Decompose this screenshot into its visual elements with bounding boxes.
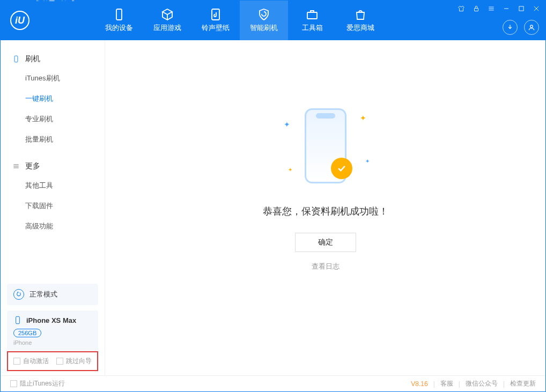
checkbox-label: 跳过向导 [66,357,92,366]
footer-right: V8.16 | 客服 | 微信公众号 | 检查更新 [411,379,536,388]
nav-label: 智能刷机 [250,23,278,33]
checkbox-auto-activate[interactable]: 自动激活 [13,357,49,366]
sidebar-top: 刷机 iTunes刷机 一键刷机 专业刷机 批量刷机 更多 其他工具 下载固件 … [1,40,105,278]
nav-toolbox[interactable]: 工具箱 [288,1,336,40]
nav-label: 我的设备 [105,23,133,33]
svg-rect-2 [307,12,317,19]
mode-card[interactable]: 正常模式 [7,284,98,305]
briefcase-icon [306,8,319,21]
svg-rect-1 [212,9,219,20]
checkbox-label: 自动激活 [23,357,49,366]
sidebar-section-flash: 刷机 [1,50,105,68]
maximize-button[interactable] [517,4,526,13]
lock-icon[interactable] [471,4,481,13]
success-message: 恭喜您，保资料刷机成功啦！ [263,205,388,218]
main-content: ✦ ✦ ✦ ✦ 恭喜您，保资料刷机成功啦！ 确定 查看日志 [105,40,545,376]
svg-rect-3 [475,8,478,11]
list-icon [12,162,20,170]
app-name: 爱思助手 [35,0,80,46]
sidebar: 刷机 iTunes刷机 一键刷机 专业刷机 批量刷机 更多 其他工具 下载固件 … [1,40,105,376]
svg-rect-12 [14,56,18,62]
checkbox-block-itunes[interactable]: 阻止iTunes运行 [10,379,65,388]
device-icon [13,316,22,324]
bag-icon [354,8,367,21]
checkmark-badge-icon [331,158,352,179]
cube-icon [161,8,174,21]
nav-label: 铃声壁纸 [202,23,230,33]
logo[interactable]: iU 爱思助手 www.i4.cn [1,1,90,40]
sparkle-icon: ✦ [360,114,366,122]
checkbox-icon [10,380,17,387]
device-name: iPhone XS Max [26,316,76,324]
section-label: 更多 [25,161,40,171]
logo-icon: iU [10,11,29,30]
body: 刷机 iTunes刷机 一键刷机 专业刷机 批量刷机 更多 其他工具 下载固件 … [1,40,545,376]
window-controls [456,4,541,13]
version-label: V8.16 [411,380,427,388]
sidebar-item-download-firmware[interactable]: 下载固件 [1,196,105,216]
download-icon[interactable] [503,20,518,35]
svg-point-11 [530,25,533,28]
sparkle-icon: ✦ [288,167,292,173]
sparkle-icon: ✦ [365,158,370,164]
phone-icon [12,55,20,63]
checkbox-row-highlighted: 自动激活 跳过向导 [7,351,98,371]
top-nav: 我的设备 应用游戏 铃声壁纸 智能刷机 工具箱 爱思商城 [95,1,385,40]
checkbox-label: 阻止iTunes运行 [20,379,65,388]
nav-label: 爱思商城 [346,23,374,33]
nav-label: 工具箱 [302,23,323,33]
svg-rect-8 [519,6,523,11]
header: iU 爱思助手 www.i4.cn 我的设备 应用游戏 铃声壁纸 智能刷机 工具… [1,1,545,40]
phone-icon [113,8,126,21]
shirt-icon[interactable] [456,4,466,13]
header-right [503,20,539,35]
nav-label: 应用游戏 [153,23,181,33]
sidebar-section-more: 更多 [1,157,105,175]
mode-label: 正常模式 [29,290,57,299]
footer: 阻止iTunes运行 V8.16 | 客服 | 微信公众号 | 检查更新 [1,375,545,391]
checkbox-icon [13,358,20,365]
checkbox-icon [56,358,63,365]
checkbox-skip-guide[interactable]: 跳过向导 [56,357,92,366]
user-icon[interactable] [524,20,539,35]
ok-button[interactable]: 确定 [295,233,356,252]
mode-icon [13,289,24,300]
storage-badge: 256GB [13,329,41,337]
svg-rect-0 [116,9,122,20]
success-illustration: ✦ ✦ ✦ ✦ [272,103,379,189]
app-url: www.i4.cn [35,46,80,53]
minimize-button[interactable] [501,4,511,13]
nav-apps[interactable]: 应用游戏 [143,1,191,40]
nav-my-device[interactable]: 我的设备 [95,1,143,40]
logo-text: 爱思助手 www.i4.cn [35,0,80,53]
sidebar-item-advanced[interactable]: 高级功能 [1,216,105,236]
sidebar-bottom: 正常模式 iPhone XS Max 256GB iPhone 自动激活 跳过向… [1,278,105,376]
nav-store[interactable]: 爱思商城 [336,1,385,40]
nav-ringtones[interactable]: 铃声壁纸 [191,1,240,40]
music-file-icon [209,8,222,21]
sparkle-icon: ✦ [284,120,290,129]
nav-flash[interactable]: 智能刷机 [240,1,288,40]
view-log-link[interactable]: 查看日志 [312,262,340,271]
check-update-link[interactable]: 检查更新 [510,379,536,388]
sidebar-item-pro-flash[interactable]: 专业刷机 [1,109,105,129]
sidebar-item-oneclick-flash[interactable]: 一键刷机 [1,88,105,109]
shield-refresh-icon [257,8,270,21]
device-card[interactable]: iPhone XS Max 256GB iPhone [7,310,98,351]
menu-icon[interactable] [486,4,496,13]
close-button[interactable] [532,4,541,13]
support-link[interactable]: 客服 [440,379,453,388]
sidebar-item-other-tools[interactable]: 其他工具 [1,175,105,196]
device-type: iPhone [13,339,92,346]
sidebar-item-batch-flash[interactable]: 批量刷机 [1,129,105,150]
svg-rect-16 [16,316,20,323]
wechat-link[interactable]: 微信公众号 [466,379,498,388]
sidebar-item-itunes-flash[interactable]: iTunes刷机 [1,68,105,88]
section-label: 刷机 [25,54,40,64]
